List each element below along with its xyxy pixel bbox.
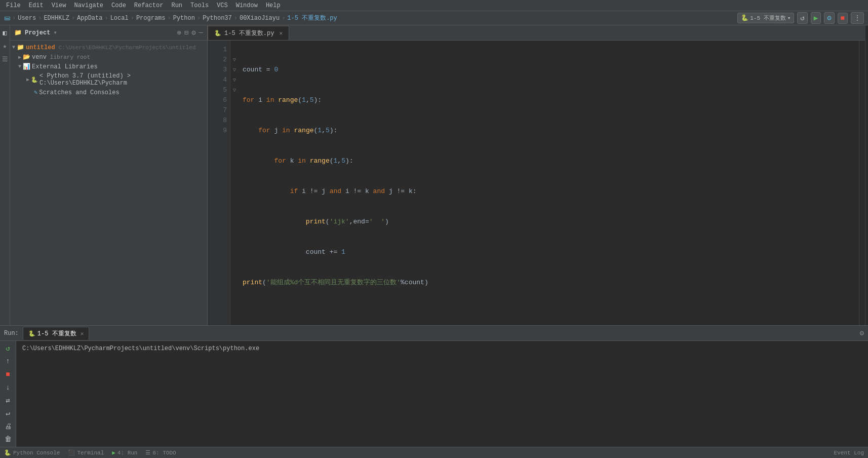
breadcrumb-python[interactable]: Python	[173, 15, 195, 22]
fold-5[interactable]: ▽	[231, 85, 238, 95]
run-panel: ↺ ↑ ■ ↓ ⇄ ↵ 🖨 🗑 C:\Users\EDHHKLZ\Pycharm…	[0, 341, 868, 447]
fold-7[interactable]	[231, 105, 238, 116]
tree-path-untitled: C:\Users\EDHHKLZ\PycharmProjects\untitle…	[59, 45, 196, 51]
status-run[interactable]: ▶ 4: Run	[112, 449, 137, 456]
menu-file[interactable]: File	[2, 1, 25, 10]
fold-1[interactable]	[231, 45, 238, 55]
fold-4[interactable]: ▽	[231, 75, 238, 85]
project-title-arrow: ▾	[53, 29, 57, 36]
tree-label-py37: < Python 3.7 (untitled) > C:\Users\EDHHK…	[40, 72, 205, 87]
menu-help[interactable]: Help	[262, 1, 285, 10]
editor-area: 🐍 1-5 不重复数.py ✕ 1 2 3 4 5 6 7 8 9 ▽ ▽	[208, 25, 865, 325]
stop-run-button[interactable]: ■	[3, 370, 14, 379]
fold-3[interactable]: ▽	[231, 65, 238, 75]
menu-view[interactable]: View	[48, 1, 70, 10]
python-console-label: Python Console	[13, 450, 60, 456]
editor-tab-main[interactable]: 🐍 1-5 不重复数.py ✕	[208, 26, 289, 40]
breadcrumb-local[interactable]: Local	[110, 15, 129, 22]
panel-settings-icon[interactable]: ⚙	[191, 28, 195, 37]
menu-window[interactable]: Window	[232, 1, 262, 10]
favorites-sidebar-icon[interactable]: ★	[0, 41, 11, 52]
breadcrumb-xiaojiayu[interactable]: 00XiaoJiayu	[240, 15, 280, 22]
python-console-icon: 🐍	[4, 449, 11, 456]
run-button[interactable]: ▶	[811, 12, 821, 24]
panel-header-icons: ⊕ ⊟ ⚙ —	[177, 28, 203, 37]
scroll-up-button[interactable]: ↑	[3, 357, 14, 366]
menu-refactor[interactable]: Refactor	[130, 1, 168, 10]
breadcrumb-sep-6: ›	[197, 15, 201, 22]
menu-edit[interactable]: Edit	[25, 1, 48, 10]
menu-vcs[interactable]: VCS	[213, 1, 232, 10]
tree-item-external-libs[interactable]: ▼ 📊 External Libraries	[10, 62, 207, 71]
print-button[interactable]: 🖨	[3, 422, 14, 431]
clear-button[interactable]: 🗑	[3, 435, 14, 444]
breadcrumb-edhhklz[interactable]: EDHHKLZ	[44, 15, 69, 22]
panel-hide-icon[interactable]: —	[199, 28, 203, 37]
run-status-icon: ▶	[112, 449, 115, 456]
run-label: Run:	[4, 330, 19, 337]
fold-6[interactable]	[231, 95, 238, 105]
fold-8[interactable]	[231, 116, 238, 126]
project-sidebar-icon[interactable]: ◧	[0, 27, 11, 39]
bottom-panel: Run: 🐍 1-5 不重复数 ✕ ⚙ ↺ ↑ ■ ↓ ⇄ ↵ 🖨 🗑 C:\U…	[0, 325, 868, 447]
breadcrumb-sep-0: ›	[12, 15, 16, 22]
rerun-button[interactable]: ↺	[3, 344, 14, 353]
run-tab-active[interactable]: 🐍 1-5 不重复数 ✕	[23, 327, 89, 340]
run-config-dropdown[interactable]: 🐍 1-5 不重复数 ▾	[737, 13, 794, 23]
run-tab-label: 1-5 不重复数	[37, 329, 76, 338]
fold-2[interactable]: ▽	[231, 55, 238, 65]
breadcrumb-drive[interactable]: 🖴	[4, 14, 10, 22]
wrap-button[interactable]: ⇄	[3, 396, 14, 405]
code-content[interactable]: count = 0 for i in range(1,5): for j in …	[239, 41, 859, 325]
scroll-down-button[interactable]: ↓	[3, 383, 14, 392]
tree-item-scratches[interactable]: ✎ Scratches and Consoles	[10, 88, 207, 97]
stop-button[interactable]: ■	[838, 13, 848, 24]
tree-item-untitled[interactable]: ▼ 📁 untitled C:\Users\EDHHKLZ\PycharmPro…	[10, 43, 207, 52]
breadcrumb-file[interactable]: 1-5 不重复数.py	[287, 14, 337, 22]
settings-button[interactable]: ⚙	[824, 12, 834, 24]
structure-sidebar-icon[interactable]: ☰	[0, 54, 11, 65]
extra-button[interactable]: ⋮	[851, 12, 864, 24]
tree-item-python37[interactable]: ▶ 🐍 < Python 3.7 (untitled) > C:\Users\E…	[10, 71, 207, 88]
breadcrumb-python37[interactable]: Python37	[203, 15, 232, 22]
tree-label-extlibs: External Libraries	[32, 63, 98, 70]
tree-item-venv[interactable]: ▶ 📂 venv library root	[10, 52, 207, 62]
event-log-label: Event Log	[834, 450, 864, 456]
status-todo[interactable]: ☰ 6: TODO	[145, 449, 176, 456]
tab-close-icon[interactable]: ✕	[279, 30, 283, 36]
menu-navigate[interactable]: Navigate	[70, 1, 107, 10]
menu-tools[interactable]: Tools	[186, 1, 213, 10]
tab-file-icon: 🐍	[214, 30, 221, 36]
run-settings-icon[interactable]: ⚙	[860, 329, 864, 337]
run-content: C:\Users\EDHHKLZ\PycharmProjects\untitle…	[16, 341, 868, 447]
code-editor[interactable]: 1 2 3 4 5 6 7 8 9 ▽ ▽ ▽ ▽	[208, 41, 865, 325]
breadcrumb-sep-8: ›	[282, 15, 285, 22]
run-tab-icon: 🐍	[28, 330, 35, 337]
fold-9[interactable]	[231, 126, 238, 136]
code-line-9	[243, 308, 855, 318]
todo-label: 6: TODO	[152, 450, 176, 456]
line-numbers: 1 2 3 4 5 6 7 8 9	[208, 41, 230, 325]
project-icon: 📁	[14, 29, 22, 36]
terminal-label: Terminal	[77, 450, 104, 456]
status-python-console[interactable]: 🐍 Python Console	[4, 449, 60, 456]
status-terminal[interactable]: ⬛ Terminal	[68, 449, 104, 456]
breadcrumb-users[interactable]: Users	[18, 15, 36, 22]
breadcrumb-appdata[interactable]: AppData	[77, 15, 102, 22]
menu-run[interactable]: Run	[167, 1, 186, 10]
run-panel-settings: ⚙	[860, 329, 864, 337]
run-python-path: C:\Users\EDHHKLZ\PycharmProjects\untitle…	[22, 345, 862, 352]
run-tab-close[interactable]: ✕	[81, 330, 84, 337]
breadcrumb-programs[interactable]: Programs	[136, 15, 166, 22]
refresh-button[interactable]: ↺	[797, 12, 807, 24]
panel-collapse-icon[interactable]: ⊟	[184, 28, 188, 37]
soft-wrap-button[interactable]: ↵	[3, 409, 14, 418]
scratch-icon: ✎	[34, 89, 37, 96]
right-gutter	[859, 41, 865, 325]
breadcrumb-sep-7: ›	[234, 15, 238, 22]
menu-code[interactable]: Code	[107, 1, 130, 10]
panel-sync-icon[interactable]: ⊕	[177, 28, 181, 37]
tree-arrow-venv: ▶	[18, 54, 21, 60]
breadcrumb-sep-5: ›	[168, 15, 171, 22]
status-event-log[interactable]: Event Log	[834, 450, 864, 456]
